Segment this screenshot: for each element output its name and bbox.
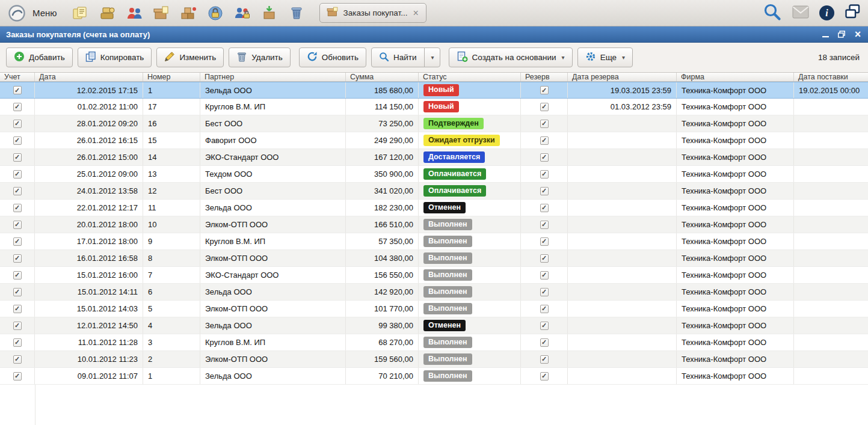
gear-icon — [585, 51, 596, 64]
copy-button[interactable]: Копировать — [78, 47, 152, 67]
menu-button[interactable]: Меню — [30, 8, 63, 18]
cell-partner: Элком-ОТП ООО — [200, 351, 346, 367]
uchet-checkbox[interactable]: ✓ — [13, 237, 22, 246]
reserve-checkbox[interactable]: ✓ — [540, 288, 549, 296]
restore-icon[interactable] — [837, 30, 846, 38]
cell-uchet: ✓ — [0, 351, 35, 367]
table-row[interactable]: ✓10.01.2012 11:232Элком-ОТП ООО159 560,0… — [0, 351, 868, 368]
table-row[interactable]: ✓25.01.2012 09:0013Техдом ООО350 900,00О… — [0, 166, 868, 183]
table-row[interactable]: ✓24.01.2012 13:5812Бест ООО341 020,00Опл… — [0, 183, 868, 200]
app-logo-icon[interactable] — [7, 4, 26, 23]
cell-reserve-date — [568, 317, 677, 334]
uchet-checkbox[interactable]: ✓ — [13, 86, 22, 94]
uchet-checkbox[interactable]: ✓ — [13, 204, 22, 212]
uchet-checkbox[interactable]: ✓ — [13, 187, 22, 195]
delete-button[interactable]: Удалить — [229, 47, 291, 67]
cell-number: 2 — [143, 351, 200, 367]
column-header-firm[interactable]: Фирма — [677, 73, 794, 81]
reserve-checkbox[interactable]: ✓ — [540, 204, 549, 212]
cash-register-icon[interactable] — [97, 4, 117, 23]
partners-icon[interactable] — [125, 4, 144, 23]
table-row[interactable]: ✓26.01.2012 16:1515Фаворит ООО249 290,00… — [0, 132, 868, 149]
add-button[interactable]: Добавить — [6, 47, 73, 67]
reserve-checkbox[interactable]: ✓ — [540, 120, 549, 128]
users-access-icon[interactable] — [233, 4, 252, 23]
edit-button[interactable]: Изменить — [156, 47, 224, 67]
reserve-checkbox[interactable]: ✓ — [540, 237, 549, 246]
reserve-checkbox[interactable]: ✓ — [540, 338, 549, 347]
reserve-checkbox[interactable]: ✓ — [540, 305, 549, 313]
reserve-checkbox[interactable]: ✓ — [540, 153, 549, 162]
trash-bin-icon[interactable] — [287, 4, 306, 23]
table-row[interactable]: ✓01.02.2012 11:0017Круглов В.М. ИП114 15… — [0, 99, 868, 115]
uchet-checkbox[interactable]: ✓ — [13, 288, 22, 296]
table-row[interactable]: ✓22.01.2012 12:1711Зельда ООО182 230,00О… — [0, 200, 868, 216]
minimize-icon[interactable] — [821, 30, 830, 38]
uchet-checkbox[interactable]: ✓ — [13, 305, 22, 313]
reserve-checkbox[interactable]: ✓ — [540, 271, 549, 280]
windows-cascade-icon[interactable] — [845, 4, 861, 22]
reserve-checkbox[interactable]: ✓ — [540, 136, 549, 145]
table-header: Учет Дата Номер Партнер Сумма Статус Рез… — [0, 73, 868, 82]
global-search-icon[interactable] — [763, 2, 782, 24]
tab-close-icon[interactable]: × — [413, 8, 419, 18]
column-header-sum[interactable]: Сумма — [346, 73, 419, 81]
reserve-checkbox[interactable]: ✓ — [540, 322, 549, 330]
reserve-checkbox[interactable]: ✓ — [540, 86, 549, 94]
table-row[interactable]: ✓16.01.2012 16:588Элком-ОТП ООО104 380,0… — [0, 250, 868, 267]
uchet-checkbox[interactable]: ✓ — [13, 372, 22, 381]
uchet-checkbox[interactable]: ✓ — [13, 338, 22, 347]
table-row[interactable]: ✓26.01.2012 15:0014ЭКО-Стандарт ООО167 1… — [0, 149, 868, 166]
table-row[interactable]: ✓15.01.2012 14:035Элком-ОТП ООО101 770,0… — [0, 301, 868, 317]
reserve-checkbox[interactable]: ✓ — [540, 372, 549, 381]
uchet-checkbox[interactable]: ✓ — [13, 254, 22, 263]
uchet-checkbox[interactable]: ✓ — [13, 271, 22, 280]
column-header-number[interactable]: Номер — [143, 73, 200, 81]
uchet-checkbox[interactable]: ✓ — [13, 355, 22, 364]
security-lock-icon[interactable] — [206, 4, 225, 23]
column-header-reserve[interactable]: Резерв — [521, 73, 568, 81]
close-icon[interactable]: × — [854, 30, 862, 38]
column-header-partner[interactable]: Партнер — [200, 73, 346, 81]
notes-icon[interactable] — [70, 4, 90, 23]
goods-icon[interactable] — [152, 4, 171, 23]
uchet-checkbox[interactable]: ✓ — [13, 136, 22, 145]
table-row[interactable]: ✓28.01.2012 09:2016Бест ООО73 250,00Подт… — [0, 115, 868, 132]
table-row[interactable]: ✓17.01.2012 18:009Круглов В.М. ИП57 350,… — [0, 233, 868, 250]
reserve-checkbox[interactable]: ✓ — [540, 221, 549, 229]
find-button[interactable]: Найти — [371, 47, 425, 67]
uchet-checkbox[interactable]: ✓ — [13, 120, 22, 128]
table-row[interactable]: ✓20.01.2012 18:0010Элком-ОТП ООО166 510,… — [0, 216, 868, 233]
warehouse-icon[interactable] — [179, 4, 198, 23]
info-icon[interactable]: i — [819, 5, 834, 20]
table-row[interactable]: ✓11.01.2012 11:283Круглов В.М. ИП68 270,… — [0, 334, 868, 351]
uchet-checkbox[interactable]: ✓ — [13, 322, 22, 330]
table-row[interactable]: ✓12.02.2015 17:151Зельда ООО185 680,00Но… — [0, 82, 868, 99]
find-dropdown-button[interactable]: ▾ — [424, 47, 440, 67]
table-row[interactable]: ✓09.01.2012 11:071Зельда ООО70 210,00Вып… — [0, 368, 868, 385]
column-header-status[interactable]: Статус — [419, 73, 521, 81]
column-header-reserve-date[interactable]: Дата резерва — [568, 73, 677, 81]
reserve-checkbox[interactable]: ✓ — [540, 187, 549, 195]
tab-customer-orders[interactable]: Заказы покупат... × — [319, 3, 426, 23]
table-row[interactable]: ✓15.01.2012 14:116Зельда ООО142 920,00Вы… — [0, 284, 868, 301]
column-header-delivery-date[interactable]: Дата поставки — [794, 73, 868, 81]
reserve-checkbox[interactable]: ✓ — [540, 254, 549, 263]
more-button[interactable]: Еще ▾ — [577, 47, 633, 67]
uchet-checkbox[interactable]: ✓ — [13, 153, 22, 162]
table-row[interactable]: ✓12.01.2012 14:504Зельда ООО99 380,00Отм… — [0, 317, 868, 334]
table-row[interactable]: ✓15.01.2012 16:007ЭКО-Стандарт ООО156 55… — [0, 267, 868, 284]
reserve-checkbox[interactable]: ✓ — [540, 103, 549, 111]
uchet-checkbox[interactable]: ✓ — [13, 170, 22, 179]
column-header-uchet[interactable]: Учет — [0, 73, 35, 81]
mail-icon[interactable] — [792, 5, 809, 21]
reserve-checkbox[interactable]: ✓ — [540, 170, 549, 179]
column-header-date[interactable]: Дата — [35, 73, 143, 81]
uchet-checkbox[interactable]: ✓ — [13, 221, 22, 229]
uchet-checkbox[interactable]: ✓ — [13, 103, 22, 111]
cell-sum: 159 560,00 — [346, 351, 419, 367]
incoming-goods-icon[interactable] — [260, 4, 279, 23]
create-based-on-button[interactable]: Создать на основании ▾ — [449, 47, 573, 67]
refresh-button[interactable]: Обновить — [299, 47, 366, 67]
reserve-checkbox[interactable]: ✓ — [540, 355, 549, 364]
